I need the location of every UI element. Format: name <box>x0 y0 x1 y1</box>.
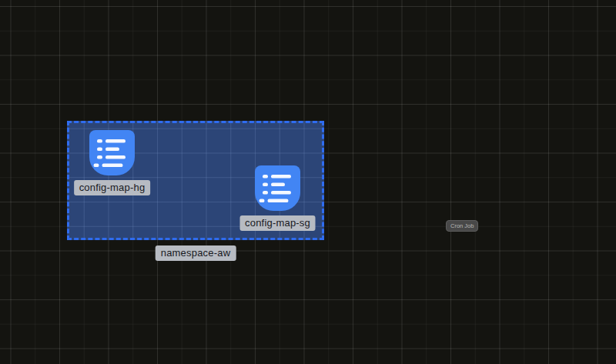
configmap-node-hg[interactable] <box>89 130 135 175</box>
node-label: config-map-sg <box>239 215 316 231</box>
namespace-group[interactable]: config-map-hg config-m <box>67 121 324 240</box>
namespace-label[interactable]: namespace-aw <box>156 245 236 261</box>
configmap-icon <box>255 165 300 211</box>
node-label: config-map-hg <box>74 180 151 195</box>
cronjob-label[interactable]: Cron Job <box>446 220 478 232</box>
configmap-icon <box>89 130 135 175</box>
design-canvas[interactable]: config-map-hg config-m <box>0 0 616 364</box>
configmap-node-sg[interactable] <box>255 165 300 211</box>
